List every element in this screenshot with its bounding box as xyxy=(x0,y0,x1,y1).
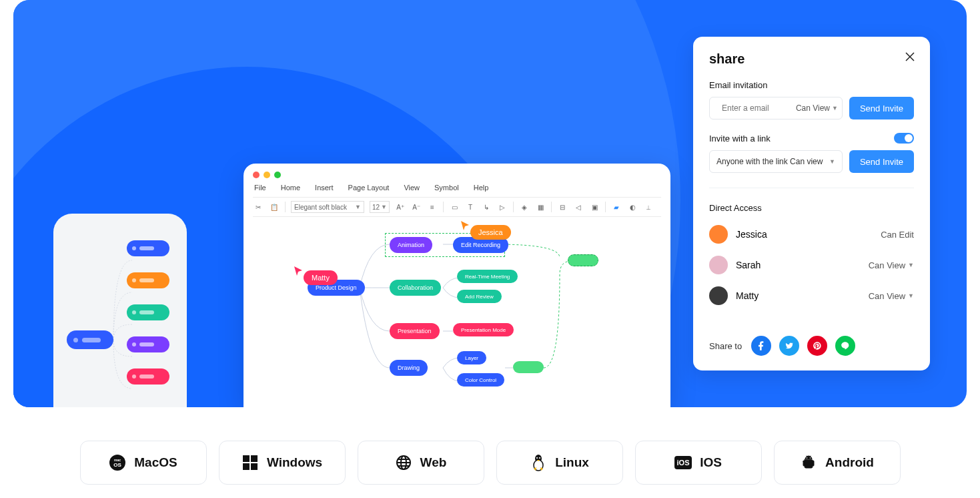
phone-child-node xyxy=(127,304,169,320)
link-label: Invite with a link xyxy=(709,134,771,144)
fill-icon[interactable]: ▰ xyxy=(611,202,622,212)
link-toggle[interactable] xyxy=(894,133,914,144)
frame-icon[interactable]: ▣ xyxy=(589,202,600,212)
effect-icon[interactable]: ◐ xyxy=(627,202,638,212)
person-perm[interactable]: Can View ▼ xyxy=(869,291,914,301)
svg-point-21 xyxy=(810,457,811,459)
svg-rect-6 xyxy=(251,463,258,470)
canvas[interactable]: Product Design Animation Edit Recording … xyxy=(253,221,661,407)
menu-symbol[interactable]: Symbol xyxy=(434,184,459,192)
node-add-review[interactable]: Add Review xyxy=(457,290,502,303)
android-icon xyxy=(800,454,817,471)
crop-icon[interactable]: ⟂ xyxy=(643,202,654,212)
windows-icon xyxy=(241,454,259,471)
email-combo: Can View▼ xyxy=(709,97,843,119)
svg-point-20 xyxy=(807,457,808,459)
node-color-control[interactable]: Color Control xyxy=(457,373,504,387)
phone-child-node xyxy=(127,240,169,256)
align2-icon[interactable]: ⊟ xyxy=(557,202,568,212)
share-panel: share Email invitation Can View▼ Send In… xyxy=(693,37,930,370)
menu-insert[interactable]: Insert xyxy=(315,184,334,192)
text-icon[interactable]: T xyxy=(465,202,476,212)
svg-rect-4 xyxy=(251,455,258,462)
phone-root-node xyxy=(67,330,113,349)
phone-child-node xyxy=(127,368,169,385)
node-presentation[interactable]: Presentation xyxy=(390,323,440,339)
linux-icon xyxy=(530,454,547,471)
group-icon[interactable]: ▦ xyxy=(535,202,546,212)
node-animation[interactable]: Animation xyxy=(390,237,432,253)
phone-mock xyxy=(53,214,187,407)
svg-rect-3 xyxy=(243,455,250,462)
person-perm[interactable]: Can View ▼ xyxy=(869,260,914,270)
flip-icon[interactable]: ◁ xyxy=(573,202,584,212)
close-dot[interactable] xyxy=(253,172,260,178)
macos-icon: macOS xyxy=(109,454,126,471)
node-blank1[interactable] xyxy=(513,361,544,373)
direct-label: Direct Access xyxy=(709,203,914,213)
max-dot[interactable] xyxy=(274,172,281,178)
shape-rect-icon[interactable]: ▭ xyxy=(449,202,460,212)
font-dec-icon[interactable]: A⁻ xyxy=(411,202,422,212)
person-name: Matty xyxy=(736,290,759,301)
node-layer[interactable]: Layer xyxy=(457,351,486,364)
person-name: Sarah xyxy=(736,260,761,270)
svg-text:iOS: iOS xyxy=(677,459,690,467)
node-drawing[interactable]: Drawing xyxy=(390,360,428,376)
facebook-icon[interactable] xyxy=(751,336,771,356)
toolbar: ✂ 📋 Elegant soft black▼ 12▼ A⁺ A⁻ ≡ ▭ T … xyxy=(253,197,661,217)
person-row: MattyCan View ▼ xyxy=(709,286,914,305)
email-label: Email invitation xyxy=(709,80,914,90)
email-perm-select[interactable]: Can View▼ xyxy=(796,103,838,113)
align-icon[interactable]: ≡ xyxy=(427,202,438,212)
menu-help[interactable]: Help xyxy=(474,184,489,192)
paste-icon[interactable]: 📋 xyxy=(269,202,280,212)
ios-icon: iOS xyxy=(674,454,692,471)
node-real-time[interactable]: Real-Time Meeting xyxy=(457,270,518,283)
menu-file[interactable]: File xyxy=(254,184,266,192)
layers-icon[interactable]: ◈ xyxy=(519,202,530,212)
connector-icon[interactable]: ↳ xyxy=(481,202,492,212)
platform-windows[interactable]: Windows xyxy=(219,441,346,485)
node-collaboration[interactable]: Collaboration xyxy=(390,280,441,296)
send-link-button[interactable]: Send Invite xyxy=(849,150,914,173)
twitter-icon[interactable] xyxy=(779,336,799,356)
platform-android[interactable]: Android xyxy=(774,441,901,485)
font-inc-icon[interactable]: A⁺ xyxy=(395,202,406,212)
pointer-icon[interactable]: ▷ xyxy=(497,202,508,212)
avatar xyxy=(709,286,728,305)
avatar xyxy=(709,225,728,244)
pinterest-icon[interactable] xyxy=(807,336,827,356)
web-icon xyxy=(395,454,412,471)
platform-ios[interactable]: iOSIOS xyxy=(635,441,762,485)
platform-macos[interactable]: macOSMacOS xyxy=(80,441,207,485)
cut-icon[interactable]: ✂ xyxy=(253,202,264,212)
menu-view[interactable]: View xyxy=(404,184,420,192)
avatar xyxy=(709,256,728,274)
phone-child-node xyxy=(127,336,169,352)
platform-linux[interactable]: Linux xyxy=(496,441,623,485)
phone-child-node xyxy=(127,272,169,288)
cursor-matty: Matty xyxy=(304,270,338,285)
line-icon[interactable] xyxy=(835,336,855,356)
cursor-jessica: Jessica xyxy=(470,225,511,240)
size-select[interactable]: 12▼ xyxy=(370,201,390,213)
svg-point-17 xyxy=(540,458,540,459)
svg-text:OS: OS xyxy=(114,462,122,468)
share-to-label: Share to xyxy=(709,341,742,351)
share-title: share xyxy=(709,51,914,67)
font-select[interactable]: Elegant soft black▼ xyxy=(291,201,364,213)
platform-web[interactable]: Web xyxy=(358,441,484,485)
person-name: Jessica xyxy=(736,229,767,240)
menu-home[interactable]: Home xyxy=(281,184,300,192)
close-icon[interactable] xyxy=(905,51,915,65)
node-presentation-mode[interactable]: Presentation Mode xyxy=(453,323,514,336)
menu-bar: FileHomeInsertPage LayoutViewSymbolHelp xyxy=(253,184,661,192)
menu-page-layout[interactable]: Page Layout xyxy=(348,184,390,192)
link-perm-select[interactable]: Anyone with the link Can view▼ xyxy=(709,150,843,173)
send-email-button[interactable]: Send Invite xyxy=(849,97,914,119)
hero-banner: FileHomeInsertPage LayoutViewSymbolHelp … xyxy=(13,0,967,407)
min-dot[interactable] xyxy=(264,172,270,178)
person-row: JessicaCan Edit xyxy=(709,225,914,244)
node-blank2[interactable] xyxy=(568,254,598,266)
